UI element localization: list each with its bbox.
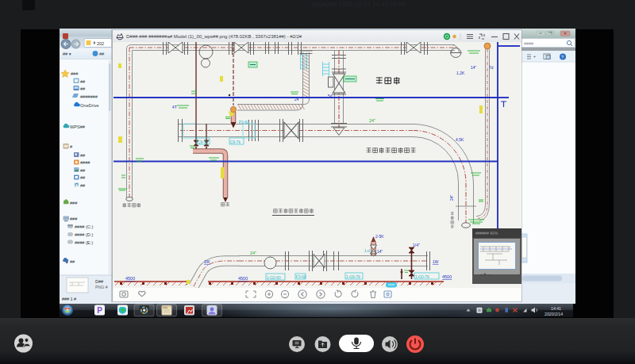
svg-text:##: ##	[80, 79, 86, 84]
svg-text:P: P	[97, 306, 102, 315]
svg-text:##: ##	[80, 153, 86, 158]
svg-text:4T: 4T	[172, 105, 177, 109]
svg-text:14": 14"	[377, 249, 383, 254]
svg-text:#### (E:): #### (E:)	[75, 240, 93, 245]
svg-text:1-d: 1-d	[364, 249, 370, 253]
svg-text:7d: 7d	[489, 65, 494, 70]
svg-text:##: ##	[99, 52, 105, 56]
svg-text:OneDrive: OneDrive	[80, 103, 99, 108]
svg-text:P2-60: P2-60	[239, 121, 249, 125]
svg-text:4500: 4500	[238, 276, 248, 281]
svg-text:###: ###	[70, 201, 78, 205]
svg-text:### 1 #: ### 1 #	[62, 297, 76, 301]
svg-text:14:41: 14:41	[551, 306, 561, 311]
svg-text:C9-7b: C9-7b	[198, 140, 208, 144]
svg-text:WPS##: WPS##	[70, 125, 86, 129]
svg-text:4,5K: 4,5K	[456, 137, 464, 142]
svg-text:###: ###	[70, 216, 78, 221]
svg-text:4500: 4500	[125, 276, 135, 281]
svg-text:#### (C:): #### (C:)	[75, 224, 93, 229]
svg-text:F3-60: F3-60	[296, 275, 306, 279]
svg-text:##: ##	[80, 86, 86, 91]
svg-text:#: #	[70, 144, 73, 149]
svg-text:###: ###	[71, 71, 79, 76]
svg-text:5d: 5d	[328, 94, 333, 98]
svg-text:##: ##	[80, 183, 86, 188]
svg-text:C9-7b: C9-7b	[230, 140, 241, 144]
svg-text:1/4": 1/4"	[413, 243, 420, 247]
svg-text:####: ####	[524, 41, 533, 46]
svg-text:D###-### #######a# Model (1)_0: D###-### #######a# Model (1)_00_wps##.pn…	[126, 34, 302, 39]
svg-text:2-5K: 2-5K	[375, 234, 384, 239]
svg-text:PNG #: PNG #	[95, 285, 108, 289]
svg-text:1W: 1W	[204, 259, 210, 264]
svg-text:?: ?	[561, 55, 564, 59]
svg-text:24": 24"	[250, 251, 256, 255]
svg-text:1-G9-79: 1-G9-79	[346, 275, 360, 279]
svg-text:24: 24	[294, 97, 299, 102]
svg-text:1W: 1W	[433, 259, 439, 264]
svg-text:#### (D:): #### (D:)	[75, 232, 93, 237]
svg-text:1-G2-60: 1-G2-60	[267, 276, 281, 280]
svg-text:#######: #######	[80, 94, 98, 99]
svg-text:24": 24"	[449, 194, 454, 201]
svg-text:1,2K: 1,2K	[456, 71, 465, 75]
svg-text:##: ##	[70, 259, 75, 264]
svg-text:## ▾: ## ▾	[63, 52, 71, 56]
svg-text:##: ##	[80, 168, 86, 173]
svg-text:D##: D##	[95, 279, 103, 284]
svg-text:14": 14"	[471, 65, 477, 70]
svg-text:24": 24"	[369, 118, 375, 123]
svg-text:2020/2/14: 2020/2/14	[545, 312, 563, 316]
svg-text:####: ####	[80, 160, 90, 165]
svg-text:##: ##	[80, 175, 86, 180]
svg-text:202: 202	[97, 41, 104, 46]
svg-text:1-G0-79: 1-G0-79	[415, 275, 429, 279]
svg-text:4500: 4500	[442, 274, 452, 279]
